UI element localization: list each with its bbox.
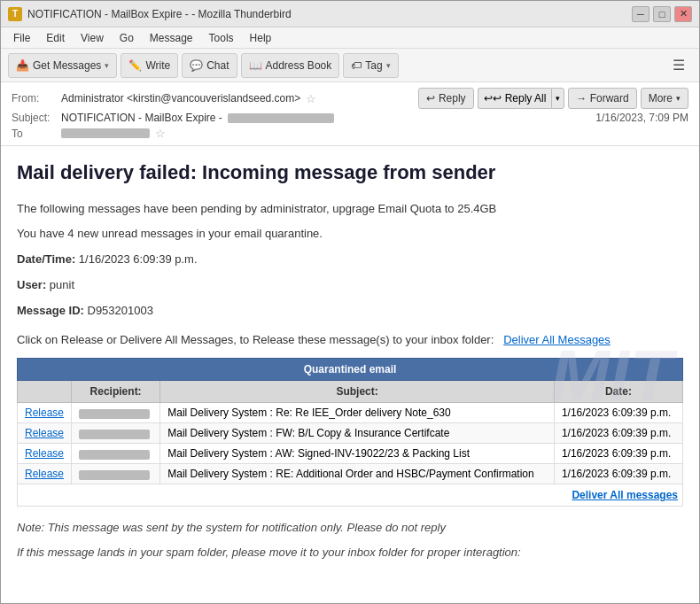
more-button[interactable]: More ▾	[641, 88, 688, 109]
release-link-3[interactable]: Release	[18, 444, 72, 464]
table-deliver-row: Deliver All messages	[18, 484, 683, 507]
recipient-1	[72, 403, 160, 423]
subject-redacted	[228, 113, 334, 123]
to-star-icon[interactable]: ☆	[155, 127, 166, 140]
reply-all-button-group: ↩↩ Reply All ▾	[478, 88, 565, 109]
from-value: Administrator <kirstin@vancouverislandse…	[61, 92, 300, 105]
reply-all-button[interactable]: ↩↩ Reply All	[478, 88, 552, 109]
release-link-4[interactable]: Release	[18, 464, 72, 484]
release-note-text: Click on Release or Delivere All Message…	[17, 333, 494, 346]
user-label: User:	[17, 278, 46, 291]
to-value-redacted	[61, 128, 150, 138]
write-button[interactable]: ✏️ Write	[121, 53, 178, 78]
subject-4: Mail Delivery System : RE: Additional Or…	[160, 464, 555, 484]
reply-icon: ↩	[426, 92, 435, 105]
email-date: 1/16/2023, 7:09 PM	[595, 112, 688, 124]
maximize-button[interactable]: □	[653, 6, 671, 22]
datetime-value: 1/16/2023 6:09:39 p.m.	[75, 252, 197, 266]
menu-go[interactable]: Go	[113, 30, 141, 46]
col-header-subject: Subject:	[160, 381, 555, 403]
more-dropdown-icon: ▾	[676, 94, 681, 103]
email-body: MIT Mail delivery failed: Incoming messa…	[1, 146, 699, 604]
col-header-date: Date:	[554, 381, 682, 403]
date-4: 1/16/2023 6:09:39 p.m.	[554, 464, 682, 484]
address-book-label: Address Book	[266, 59, 332, 72]
tag-label: Tag	[365, 59, 382, 72]
release-link-1[interactable]: Release	[18, 403, 72, 423]
col-header-recipient: Recipient:	[72, 381, 160, 403]
datetime-label: Date/Time:	[17, 252, 75, 266]
from-info: From: Administrator <kirstin@vancouveris…	[12, 92, 316, 105]
email-actions: ↩ Reply ↩↩ Reply All ▾ → Forward More ▾	[418, 88, 688, 109]
menu-file[interactable]: File	[6, 30, 37, 46]
subject-value: NOTIFICATION - MailBox Expire -	[61, 112, 222, 124]
datetime-text: Date/Time: 1/16/2023 6:09:39 p.m.	[17, 251, 683, 269]
title-bar: T NOTIFICATION - MailBox Expire - - Mozi…	[1, 1, 699, 27]
reply-all-icon: ↩↩	[484, 92, 502, 105]
address-book-icon: 📖	[249, 59, 262, 72]
chat-icon: 💬	[190, 59, 203, 72]
date-1: 1/16/2023 6:09:39 p.m.	[554, 403, 682, 423]
from-label: From:	[12, 92, 56, 105]
menu-view[interactable]: View	[74, 30, 111, 46]
menu-help[interactable]: Help	[243, 30, 279, 46]
menu-message[interactable]: Message	[143, 30, 200, 46]
deliver-all-bottom-link[interactable]: Deliver All messages	[572, 489, 678, 501]
deliver-all-link[interactable]: Deliver All Messages	[503, 333, 611, 346]
menu-edit[interactable]: Edit	[39, 30, 72, 46]
col-header-release	[18, 381, 72, 403]
get-messages-button[interactable]: 📥 Get Messages ▾	[8, 53, 117, 78]
reply-all-label: Reply All	[505, 92, 547, 105]
table-row: Release Mail Delivery System : FW: B/L C…	[18, 423, 683, 444]
star-icon[interactable]: ☆	[306, 92, 316, 105]
chat-button[interactable]: 💬 Chat	[182, 53, 237, 78]
messageid-label: Message ID:	[17, 304, 84, 317]
intro-main: The following messages have been pending…	[17, 202, 496, 215]
more-label: More	[649, 92, 673, 105]
date-2: 1/16/2023 6:09:39 p.m.	[554, 423, 682, 444]
table-row: Release Mail Delivery System : RE: Addit…	[18, 464, 683, 484]
menu-bar: File Edit View Go Message Tools Help	[1, 27, 699, 49]
user-text: User: punit	[17, 276, 683, 295]
close-button[interactable]: ✕	[674, 6, 692, 22]
tag-dropdown-icon: ▾	[386, 61, 391, 70]
from-row: From: Administrator <kirstin@vancouveris…	[12, 88, 688, 109]
messageid-value: D953201003	[84, 304, 153, 317]
subject-row: Subject: NOTIFICATION - MailBox Expire -…	[12, 112, 688, 124]
subject-info: Subject: NOTIFICATION - MailBox Expire -	[12, 112, 334, 124]
release-note: Click on Release or Delivere All Message…	[17, 331, 683, 350]
hamburger-menu[interactable]: ☰	[665, 53, 692, 77]
to-label: To	[12, 128, 56, 140]
table-title-row: Quarantined email	[18, 359, 683, 381]
note2-text: If this message lands in your spam folde…	[17, 544, 683, 561]
reply-label: Reply	[439, 92, 466, 105]
recipient-3	[72, 444, 160, 464]
write-icon: ✏️	[128, 59, 142, 72]
date-3: 1/16/2023 6:09:39 p.m.	[554, 444, 682, 464]
quarantine-table: Quarantined email Recipient: Subject: Da…	[17, 358, 683, 507]
address-book-button[interactable]: 📖 Address Book	[241, 53, 340, 78]
reply-button[interactable]: ↩ Reply	[418, 88, 474, 109]
write-label: Write	[145, 59, 170, 72]
chat-label: Chat	[206, 59, 229, 72]
recipient-2	[72, 423, 160, 444]
table-title: Quarantined email	[18, 359, 683, 381]
release-link-2[interactable]: Release	[18, 423, 72, 444]
user-value: punit	[46, 278, 74, 291]
get-messages-icon: 📥	[16, 59, 29, 72]
minimize-button[interactable]: ─	[632, 6, 649, 22]
get-messages-label: Get Messages	[33, 59, 101, 72]
subject-label: Subject:	[12, 112, 56, 124]
intro-text: The following messages have been pending…	[17, 200, 683, 219]
table-row: Release Mail Delivery System : AW: Signe…	[18, 444, 683, 464]
reply-all-dropdown[interactable]: ▾	[551, 88, 564, 109]
email-title: Mail delivery failed: Incoming message f…	[17, 160, 683, 186]
forward-button[interactable]: → Forward	[568, 88, 636, 109]
recipient-4	[72, 464, 160, 484]
thunderbird-icon: T	[8, 7, 22, 21]
tag-button[interactable]: 🏷 Tag ▾	[343, 53, 398, 78]
deliver-all-bottom-cell: Deliver All messages	[18, 484, 683, 507]
subject-3: Mail Delivery System : AW: Signed-INV-19…	[160, 444, 555, 464]
subject-1: Mail Delivery System : Re: Re IEE_Order …	[160, 403, 555, 423]
menu-tools[interactable]: Tools	[202, 30, 241, 46]
